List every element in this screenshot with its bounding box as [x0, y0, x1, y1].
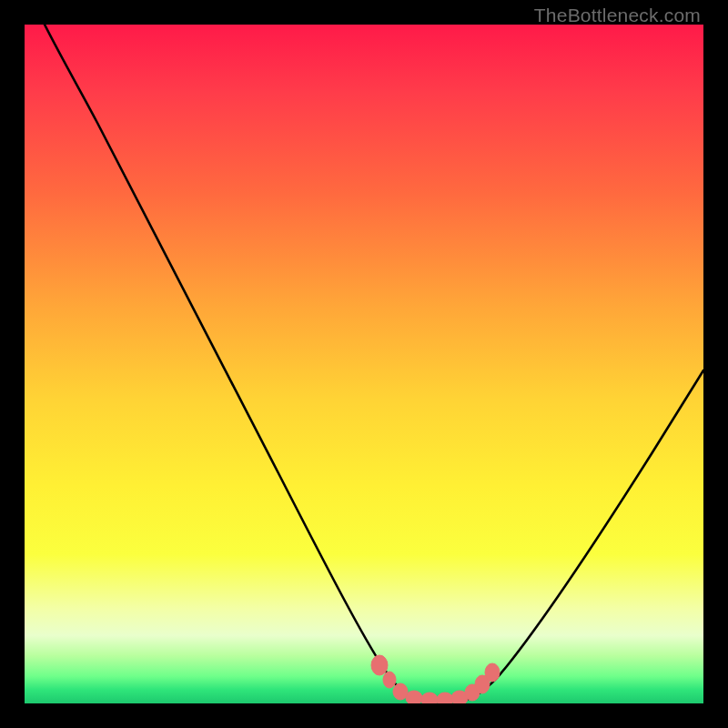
marker-dot — [371, 655, 388, 675]
marker-dot — [383, 672, 396, 688]
trough-markers — [371, 655, 500, 703]
chart-plot-area — [25, 25, 703, 703]
bottleneck-curve-svg — [25, 25, 703, 703]
marker-dot — [437, 693, 453, 703]
marker-dot — [485, 663, 500, 682]
marker-dot — [406, 691, 422, 703]
watermark-text: TheBottleneck.com — [534, 5, 701, 26]
bottleneck-curve-path — [45, 25, 703, 702]
marker-dot — [421, 693, 438, 703]
